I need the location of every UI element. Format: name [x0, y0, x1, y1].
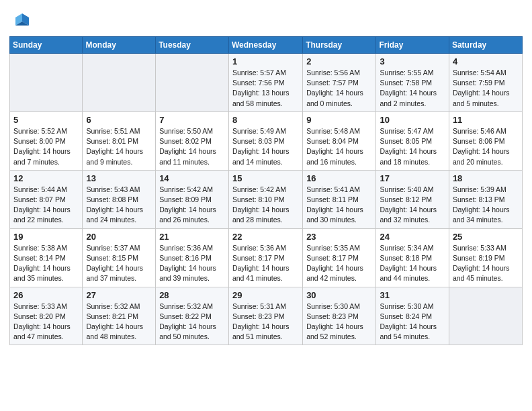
day-number: 11	[453, 115, 519, 125]
cell-content: Sunrise: 5:52 AMSunset: 8:00 PMDaylight:…	[13, 126, 79, 167]
calendar-cell: 11Sunrise: 5:46 AMSunset: 8:06 PMDayligh…	[449, 111, 522, 170]
weekday-header-row: SundayMondayTuesdayWednesdayThursdayFrid…	[10, 37, 523, 54]
day-number: 20	[86, 232, 152, 242]
weekday-header-tuesday: Tuesday	[156, 37, 229, 54]
cell-content: Sunrise: 5:41 AMSunset: 8:11 PMDaylight:…	[306, 185, 372, 226]
calendar-cell: 1Sunrise: 5:57 AMSunset: 7:56 PMDaylight…	[228, 54, 302, 112]
cell-content: Sunrise: 5:34 AMSunset: 8:18 PMDaylight:…	[380, 243, 445, 284]
calendar-cell: 23Sunrise: 5:35 AMSunset: 8:17 PMDayligh…	[303, 228, 376, 287]
calendar-cell: 29Sunrise: 5:31 AMSunset: 8:23 PMDayligh…	[228, 287, 302, 345]
cell-content: Sunrise: 5:40 AMSunset: 8:12 PMDaylight:…	[380, 185, 445, 226]
day-number: 17	[380, 173, 445, 183]
header	[9, 7, 523, 32]
calendar-cell: 12Sunrise: 5:44 AMSunset: 8:07 PMDayligh…	[10, 170, 83, 228]
cell-content: Sunrise: 5:49 AMSunset: 8:03 PMDaylight:…	[232, 126, 299, 167]
calendar-cell: 30Sunrise: 5:30 AMSunset: 8:23 PMDayligh…	[303, 287, 376, 345]
calendar-table: SundayMondayTuesdayWednesdayThursdayFrid…	[9, 36, 523, 345]
day-number: 29	[232, 290, 299, 300]
cell-content: Sunrise: 5:50 AMSunset: 8:02 PMDaylight:…	[159, 126, 225, 167]
cell-content: Sunrise: 5:47 AMSunset: 8:05 PMDaylight:…	[380, 126, 445, 167]
calendar-cell: 13Sunrise: 5:43 AMSunset: 8:08 PMDayligh…	[83, 170, 156, 228]
day-number: 16	[306, 173, 372, 183]
calendar-cell: 16Sunrise: 5:41 AMSunset: 8:11 PMDayligh…	[303, 170, 376, 228]
day-number: 8	[232, 115, 299, 125]
cell-content: Sunrise: 5:55 AMSunset: 7:58 PMDaylight:…	[380, 68, 445, 109]
cell-content: Sunrise: 5:35 AMSunset: 8:17 PMDaylight:…	[306, 243, 372, 284]
day-number: 26	[13, 290, 79, 300]
calendar-cell: 18Sunrise: 5:39 AMSunset: 8:13 PMDayligh…	[449, 170, 522, 228]
day-number: 5	[13, 115, 79, 125]
cell-content: Sunrise: 5:43 AMSunset: 8:08 PMDaylight:…	[86, 185, 152, 226]
cell-content: Sunrise: 5:38 AMSunset: 8:14 PMDaylight:…	[13, 243, 79, 284]
calendar-cell: 22Sunrise: 5:36 AMSunset: 8:17 PMDayligh…	[228, 228, 302, 287]
week-row-2: 5Sunrise: 5:52 AMSunset: 8:00 PMDaylight…	[10, 111, 523, 170]
cell-content: Sunrise: 5:42 AMSunset: 8:10 PMDaylight:…	[232, 185, 299, 226]
calendar-cell: 19Sunrise: 5:38 AMSunset: 8:14 PMDayligh…	[10, 228, 83, 287]
logo	[9, 9, 32, 32]
week-row-5: 26Sunrise: 5:33 AMSunset: 8:20 PMDayligh…	[10, 287, 523, 345]
day-number: 30	[306, 290, 372, 300]
day-number: 15	[232, 173, 299, 183]
day-number: 1	[232, 56, 299, 66]
calendar-cell: 3Sunrise: 5:55 AMSunset: 7:58 PMDaylight…	[376, 54, 449, 112]
cell-content: Sunrise: 5:37 AMSunset: 8:15 PMDaylight:…	[86, 243, 152, 284]
calendar-cell: 31Sunrise: 5:30 AMSunset: 8:24 PMDayligh…	[376, 287, 449, 345]
calendar-cell: 10Sunrise: 5:47 AMSunset: 8:05 PMDayligh…	[376, 111, 449, 170]
calendar-cell: 9Sunrise: 5:48 AMSunset: 8:04 PMDaylight…	[303, 111, 376, 170]
calendar-cell: 5Sunrise: 5:52 AMSunset: 8:00 PMDaylight…	[10, 111, 83, 170]
cell-content: Sunrise: 5:32 AMSunset: 8:21 PMDaylight:…	[86, 302, 152, 342]
calendar-cell	[156, 54, 229, 112]
calendar-cell: 2Sunrise: 5:56 AMSunset: 7:57 PMDaylight…	[303, 54, 376, 112]
day-number: 22	[232, 232, 299, 242]
cell-content: Sunrise: 5:54 AMSunset: 7:59 PMDaylight:…	[453, 68, 519, 109]
calendar-cell: 14Sunrise: 5:42 AMSunset: 8:09 PMDayligh…	[156, 170, 229, 228]
calendar-cell: 26Sunrise: 5:33 AMSunset: 8:20 PMDayligh…	[10, 287, 83, 345]
day-number: 23	[306, 232, 372, 242]
logo-icon	[13, 11, 32, 30]
weekday-header-friday: Friday	[376, 37, 449, 54]
cell-content: Sunrise: 5:31 AMSunset: 8:23 PMDaylight:…	[232, 302, 299, 342]
cell-content: Sunrise: 5:44 AMSunset: 8:07 PMDaylight:…	[13, 185, 79, 226]
day-number: 3	[380, 56, 445, 66]
day-number: 25	[453, 232, 519, 242]
calendar-cell: 24Sunrise: 5:34 AMSunset: 8:18 PMDayligh…	[376, 228, 449, 287]
day-number: 4	[453, 56, 519, 66]
day-number: 10	[380, 115, 445, 125]
calendar-cell	[10, 54, 83, 112]
calendar-cell	[83, 54, 156, 112]
cell-content: Sunrise: 5:30 AMSunset: 8:23 PMDaylight:…	[306, 302, 372, 342]
calendar-cell: 7Sunrise: 5:50 AMSunset: 8:02 PMDaylight…	[156, 111, 229, 170]
day-number: 28	[159, 290, 225, 300]
week-row-3: 12Sunrise: 5:44 AMSunset: 8:07 PMDayligh…	[10, 170, 523, 228]
cell-content: Sunrise: 5:48 AMSunset: 8:04 PMDaylight:…	[306, 126, 372, 167]
cell-content: Sunrise: 5:57 AMSunset: 7:56 PMDaylight:…	[232, 68, 299, 109]
cell-content: Sunrise: 5:36 AMSunset: 8:16 PMDaylight:…	[159, 243, 225, 284]
calendar-cell	[449, 287, 522, 345]
cell-content: Sunrise: 5:32 AMSunset: 8:22 PMDaylight:…	[159, 302, 225, 342]
week-row-1: 1Sunrise: 5:57 AMSunset: 7:56 PMDaylight…	[10, 54, 523, 112]
day-number: 27	[86, 290, 152, 300]
weekday-header-sunday: Sunday	[10, 37, 83, 54]
calendar-cell: 15Sunrise: 5:42 AMSunset: 8:10 PMDayligh…	[228, 170, 302, 228]
calendar-cell: 25Sunrise: 5:33 AMSunset: 8:19 PMDayligh…	[449, 228, 522, 287]
day-number: 2	[306, 56, 372, 66]
weekday-header-monday: Monday	[83, 37, 156, 54]
cell-content: Sunrise: 5:42 AMSunset: 8:09 PMDaylight:…	[159, 185, 225, 226]
day-number: 31	[380, 290, 445, 300]
calendar-cell: 20Sunrise: 5:37 AMSunset: 8:15 PMDayligh…	[83, 228, 156, 287]
week-row-4: 19Sunrise: 5:38 AMSunset: 8:14 PMDayligh…	[10, 228, 523, 287]
day-number: 19	[13, 232, 79, 242]
cell-content: Sunrise: 5:33 AMSunset: 8:19 PMDaylight:…	[453, 243, 519, 284]
cell-content: Sunrise: 5:56 AMSunset: 7:57 PMDaylight:…	[306, 68, 372, 109]
cell-content: Sunrise: 5:33 AMSunset: 8:20 PMDaylight:…	[13, 302, 79, 342]
weekday-header-wednesday: Wednesday	[228, 37, 302, 54]
cell-content: Sunrise: 5:39 AMSunset: 8:13 PMDaylight:…	[453, 185, 519, 226]
calendar-cell: 8Sunrise: 5:49 AMSunset: 8:03 PMDaylight…	[228, 111, 302, 170]
calendar-cell: 17Sunrise: 5:40 AMSunset: 8:12 PMDayligh…	[376, 170, 449, 228]
calendar-cell: 4Sunrise: 5:54 AMSunset: 7:59 PMDaylight…	[449, 54, 522, 112]
cell-content: Sunrise: 5:46 AMSunset: 8:06 PMDaylight:…	[453, 126, 519, 167]
day-number: 14	[159, 173, 225, 183]
day-number: 13	[86, 173, 152, 183]
cell-content: Sunrise: 5:51 AMSunset: 8:01 PMDaylight:…	[86, 126, 152, 167]
page: SundayMondayTuesdayWednesdayThursdayFrid…	[0, 0, 532, 411]
